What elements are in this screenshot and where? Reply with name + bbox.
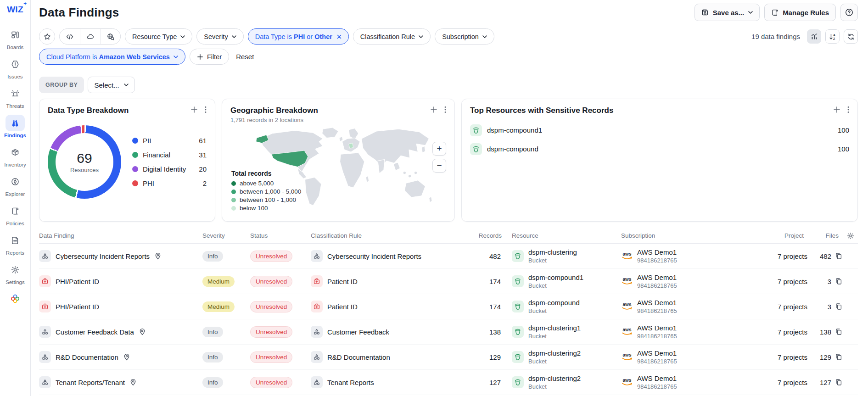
cloud-filter-button[interactable] xyxy=(80,29,100,44)
region-filter-button[interactable] xyxy=(100,29,120,44)
data-finding-name[interactable]: Tenant Reports/Tenant xyxy=(56,379,125,386)
add-widget-button[interactable] xyxy=(833,106,840,113)
copy-icon[interactable] xyxy=(835,353,842,361)
reset-filters-link[interactable]: Reset xyxy=(236,53,254,61)
subscription-name[interactable]: AWS Demo1 xyxy=(637,299,677,307)
resource-name[interactable]: dspm-compound xyxy=(528,299,580,307)
card-menu-button[interactable] xyxy=(444,106,446,113)
data-type-filter-active[interactable]: Data Type is PHI or Other xyxy=(248,28,349,45)
sidebar-item-settings[interactable]: Settings xyxy=(6,262,25,285)
table-row[interactable]: Customer Feedback Data Info Unresolved C… xyxy=(39,319,858,345)
resource-name[interactable]: dspm-clustering2 xyxy=(528,349,581,357)
column-header-project[interactable]: Project xyxy=(735,232,807,239)
manage-rules-button[interactable]: Manage Rules xyxy=(764,4,836,21)
zoom-out-button[interactable]: − xyxy=(432,159,446,173)
subscription-name[interactable]: AWS Demo1 xyxy=(637,374,677,382)
column-header-severity[interactable]: Severity xyxy=(202,232,250,239)
column-header-resource[interactable]: Resource xyxy=(505,232,621,239)
copy-icon[interactable] xyxy=(835,328,842,335)
column-header-files[interactable]: Files xyxy=(807,232,842,239)
sidebar-item-reports[interactable]: Reports xyxy=(6,232,25,256)
classification-rule-name[interactable]: Customer Feedback xyxy=(327,328,389,336)
sidebar-item-boards[interactable]: Boards xyxy=(6,27,25,50)
column-header-data-finding[interactable]: Data Finding xyxy=(39,232,202,239)
status-badge[interactable]: Unresolved xyxy=(250,251,292,262)
status-badge[interactable]: Unresolved xyxy=(250,276,292,287)
copy-icon[interactable] xyxy=(835,303,842,310)
resource-type-filter[interactable]: Resource Type xyxy=(125,28,192,45)
subscription-name[interactable]: AWS Demo1 xyxy=(637,273,677,281)
sidebar-item-explorer[interactable]: Explorer xyxy=(6,173,25,197)
project-count[interactable]: 7 projects xyxy=(735,278,807,285)
severity-filter[interactable]: Severity xyxy=(196,28,243,45)
classification-rule-name[interactable]: R&D Documentation xyxy=(327,353,390,361)
copy-icon[interactable] xyxy=(835,379,842,386)
copy-icon[interactable] xyxy=(835,278,842,285)
project-count[interactable]: 7 projects xyxy=(735,252,807,260)
world-map[interactable]: Total records above 5,000 between 1,000 … xyxy=(230,125,446,212)
column-header-subscription[interactable]: Subscription xyxy=(621,232,735,239)
add-widget-button[interactable] xyxy=(430,106,437,113)
subscription-name[interactable]: AWS Demo1 xyxy=(637,248,677,256)
save-as-button[interactable]: Save as... xyxy=(694,4,760,21)
data-finding-name[interactable]: PHI/Patient ID xyxy=(56,303,99,311)
subscription-name[interactable]: AWS Demo1 xyxy=(637,349,677,357)
legend-item-phi[interactable]: PHI 2 xyxy=(132,179,207,187)
data-finding-name[interactable]: PHI/Patient ID xyxy=(56,278,99,285)
add-filter-button[interactable]: Filter xyxy=(190,49,229,65)
classification-rule-filter[interactable]: Classification Rule xyxy=(353,28,431,45)
project-count[interactable]: 7 projects xyxy=(735,379,807,386)
sidebar-item-inventory[interactable]: Inventory xyxy=(4,144,26,167)
app-switcher-icon[interactable] xyxy=(10,294,20,304)
data-finding-name[interactable]: Cybersecurity Incident Reports xyxy=(56,252,150,260)
top-resource-row[interactable]: dspm-compound1 100 xyxy=(470,123,849,138)
close-icon[interactable] xyxy=(337,34,342,39)
sidebar-item-issues[interactable]: Issues xyxy=(6,56,25,79)
add-widget-button[interactable] xyxy=(190,106,198,113)
subscription-filter[interactable]: Subscription xyxy=(435,28,494,45)
resource-name[interactable]: dspm-compound1 xyxy=(528,273,583,281)
resource-name[interactable]: dspm-clustering1 xyxy=(528,324,581,332)
resource-name[interactable]: dspm-compound xyxy=(487,145,538,153)
location-pin-icon[interactable] xyxy=(129,379,137,386)
location-pin-icon[interactable] xyxy=(123,353,130,361)
status-badge[interactable]: Unresolved xyxy=(250,351,292,363)
sidebar-item-threats[interactable]: Threats xyxy=(6,85,25,109)
table-row[interactable]: R&D Documentation Info Unresolved R&D Do… xyxy=(39,345,858,370)
zoom-in-button[interactable]: + xyxy=(432,142,446,156)
location-pin-icon[interactable] xyxy=(139,328,146,335)
legend-item-pii[interactable]: PII 61 xyxy=(132,137,207,145)
project-count[interactable]: 7 projects xyxy=(735,303,807,311)
wiz-logo[interactable]: WIZ✦ xyxy=(7,5,23,15)
group-by-select[interactable]: Select... xyxy=(88,77,134,93)
help-button[interactable] xyxy=(840,4,858,21)
status-badge[interactable]: Unresolved xyxy=(250,301,292,312)
cloud-platform-filter-active[interactable]: Cloud Platform is Amazon Web Services xyxy=(39,49,185,65)
resource-name[interactable]: dspm-compound1 xyxy=(487,126,542,134)
legend-item-digital-identity[interactable]: Digital Identity 20 xyxy=(132,165,207,173)
data-type-donut-chart[interactable]: 69 Resources xyxy=(48,125,121,199)
resource-name[interactable]: dspm-clustering xyxy=(528,248,577,256)
legend-item-financial[interactable]: Financial 31 xyxy=(132,151,207,159)
location-pin-icon[interactable] xyxy=(154,252,162,260)
table-settings-button[interactable] xyxy=(842,232,858,240)
code-query-button[interactable] xyxy=(60,29,80,44)
toggle-charts-button[interactable] xyxy=(807,29,821,44)
sort-button[interactable] xyxy=(825,29,840,44)
project-count[interactable]: 7 projects xyxy=(735,328,807,336)
card-menu-button[interactable] xyxy=(205,106,207,113)
card-menu-button[interactable] xyxy=(847,106,849,113)
column-header-status[interactable]: Status xyxy=(250,232,311,239)
classification-rule-name[interactable]: Cybersecurity Incident Reports xyxy=(327,252,421,260)
refresh-button[interactable] xyxy=(844,29,858,44)
column-header-classification-rule[interactable]: Classification Rule xyxy=(311,232,465,239)
column-header-records[interactable]: Records xyxy=(465,232,505,239)
top-resource-row[interactable]: dspm-compound 100 xyxy=(470,141,849,156)
sidebar-item-findings[interactable]: Findings xyxy=(4,115,26,138)
subscription-name[interactable]: AWS Demo1 xyxy=(637,324,677,332)
status-badge[interactable]: Unresolved xyxy=(250,326,292,338)
status-badge[interactable]: Unresolved xyxy=(250,377,292,388)
classification-rule-name[interactable]: Patient ID xyxy=(327,278,358,285)
data-finding-name[interactable]: R&D Documentation xyxy=(56,353,118,361)
table-row[interactable]: Tenant Reports/Tenant Info Unresolved Te… xyxy=(39,370,858,395)
